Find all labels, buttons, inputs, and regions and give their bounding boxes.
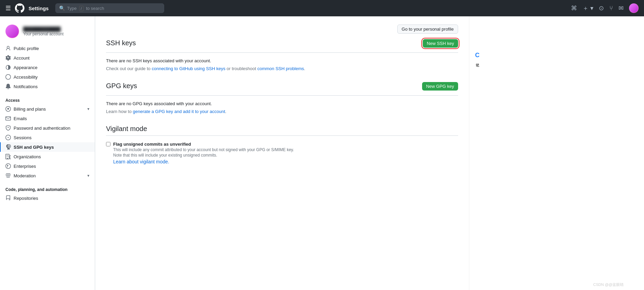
- sidebar: ████████████ Your personal account Publi…: [0, 16, 95, 290]
- sidebar-item-notifications-label: Notifications: [14, 84, 38, 89]
- vigilant-mode-section: Vigilant mode Flag unsigned commits as u…: [106, 125, 458, 164]
- vigilant-learn-link[interactable]: Learn about vigilant mode.: [113, 159, 169, 164]
- sidebar-item-ssh-gpg-label: SSH and GPG keys: [14, 145, 54, 150]
- sidebar-item-appearance-label: Appearance: [14, 65, 37, 70]
- ssh-guide-link[interactable]: connecting to GitHub using SSH keys: [152, 66, 225, 71]
- layout: ████████████ Your personal account Publi…: [0, 16, 644, 290]
- ssh-section-header: SSH keys New SSH key: [106, 39, 458, 50]
- gpg-section-header: GPG keys New GPG key: [106, 82, 458, 93]
- page-header-row: Go to your personal profile: [106, 25, 458, 34]
- sidebar-user: ████████████ Your personal account: [0, 22, 95, 44]
- sidebar-item-enterprises-label: Enterprises: [14, 164, 36, 169]
- sidebar-user-info: ████████████ Your personal account: [23, 27, 64, 36]
- sidebar-item-accessibility[interactable]: Accessibility: [0, 72, 95, 82]
- sidebar-item-account[interactable]: Account: [0, 53, 95, 63]
- moderation-expand-icon: ▾: [87, 173, 89, 178]
- sidebar-item-public-profile-label: Public profile: [14, 46, 39, 51]
- sidebar-item-billing[interactable]: Billing and plans ▾: [0, 104, 95, 114]
- vigilant-checkbox-desc: This will include any commit attributed …: [113, 147, 294, 152]
- csdn-icon[interactable]: C: [475, 50, 480, 59]
- sidebar-item-sessions[interactable]: Sessions: [0, 133, 95, 142]
- ssh-section-title: SSH keys: [106, 39, 136, 50]
- sidebar-item-billing-label: Billing and plans: [14, 107, 46, 112]
- sidebar-item-appearance[interactable]: Appearance: [0, 63, 95, 72]
- gpg-guide-text: Learn how to generate a GPG key and add …: [106, 109, 458, 114]
- plus-icon[interactable]: ＋ ▾: [582, 4, 593, 12]
- sidebar-item-organizations[interactable]: Organizations: [0, 152, 95, 161]
- gpg-section-title: GPG keys: [106, 82, 137, 93]
- sidebar-item-password-label: Password and authentication: [14, 126, 70, 131]
- search-bar[interactable]: 🔍 Type / to search: [55, 3, 164, 13]
- sidebar-item-ssh-gpg[interactable]: SSH and GPG keys: [0, 142, 95, 152]
- github-logo[interactable]: [15, 3, 24, 13]
- new-ssh-key-button[interactable]: New SSH key: [423, 39, 458, 48]
- vigilant-section-title: Vigilant mode: [106, 125, 458, 136]
- terminal-icon[interactable]: ⌘: [571, 4, 577, 12]
- sidebar-item-account-label: Account: [14, 55, 30, 61]
- sidebar-item-public-profile[interactable]: Public profile: [0, 44, 95, 53]
- search-slash: /: [79, 6, 84, 11]
- sidebar-user-label: Your personal account: [23, 32, 64, 36]
- access-section-label: Access: [0, 94, 95, 104]
- gpg-guide-link[interactable]: generate a GPG key and add it to your ac…: [133, 109, 225, 114]
- ssh-troubleshoot-link[interactable]: common SSH problems: [257, 66, 304, 71]
- new-gpg-key-button[interactable]: New GPG key: [422, 82, 458, 91]
- gpg-keys-section: GPG keys New GPG key There are no GPG ke…: [106, 82, 458, 114]
- right-panel: C 笔记: [469, 16, 485, 290]
- sidebar-item-emails-label: Emails: [14, 116, 27, 121]
- sidebar-item-moderation[interactable]: Moderation ▾: [0, 171, 95, 180]
- vigilant-checkbox-desc2: Note that this will include your existin…: [113, 153, 294, 158]
- pullrequest-icon[interactable]: ⑂: [609, 5, 613, 12]
- sidebar-username: ████████████: [23, 27, 64, 32]
- search-icon: 🔍: [59, 5, 65, 11]
- sidebar-item-sessions-label: Sessions: [14, 135, 32, 140]
- go-to-profile-button[interactable]: Go to your personal profile: [397, 25, 458, 34]
- sidebar-item-notifications[interactable]: Notifications: [0, 82, 95, 91]
- code-section-label: Code, planning, and automation: [0, 183, 95, 193]
- billing-expand-icon: ▾: [87, 107, 89, 111]
- inbox-icon[interactable]: ✉: [619, 4, 624, 12]
- sidebar-item-enterprises[interactable]: Enterprises: [0, 161, 95, 171]
- sidebar-item-moderation-label: Moderation: [14, 173, 36, 178]
- ssh-no-keys-text: There are no SSH keys associated with yo…: [106, 58, 458, 63]
- user-avatar[interactable]: [629, 3, 639, 13]
- sidebar-item-accessibility-label: Accessibility: [14, 75, 38, 80]
- topnav: ☰ Settings 🔍 Type / to search ⌘ ＋ ▾ ⊙ ⑂ …: [0, 0, 644, 16]
- topnav-icons: ⌘ ＋ ▾ ⊙ ⑂ ✉: [571, 3, 639, 13]
- sidebar-item-emails[interactable]: Emails: [0, 114, 95, 123]
- ssh-guide-text: Check out our guide to connecting to Git…: [106, 66, 458, 71]
- gpg-no-keys-text: There are no GPG keys associated with yo…: [106, 101, 458, 106]
- ssh-keys-section: SSH keys New SSH key There are no SSH ke…: [106, 39, 458, 71]
- main-content: Go to your personal profile SSH keys New…: [95, 16, 469, 290]
- issue-icon[interactable]: ⊙: [599, 4, 604, 12]
- vigilant-checkbox-row: Flag unsigned commits as unverified This…: [106, 141, 458, 164]
- sidebar-item-repositories[interactable]: Repositories: [0, 193, 95, 203]
- page-title: Settings: [29, 5, 49, 11]
- sidebar-item-password[interactable]: Password and authentication: [0, 123, 95, 133]
- sidebar-item-repositories-label: Repositories: [14, 196, 38, 201]
- vigilant-checkbox[interactable]: [106, 142, 110, 146]
- vigilant-checkbox-label[interactable]: Flag unsigned commits as unverified: [113, 142, 191, 147]
- csdn-watermark: CSDN @@蓝眼睛: [593, 282, 624, 287]
- search-placeholder: Type / to search: [67, 6, 160, 11]
- sidebar-item-organizations-label: Organizations: [14, 154, 41, 159]
- hamburger-icon[interactable]: ☰: [5, 4, 11, 12]
- sidebar-avatar[interactable]: [5, 25, 19, 38]
